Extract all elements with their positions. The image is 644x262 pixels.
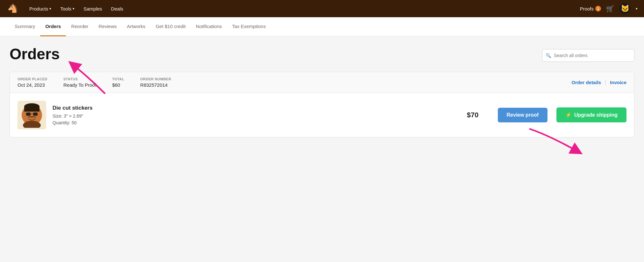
order-placed-field: ORDER PLACED Oct 24, 2023 [18,77,47,88]
review-proof-button[interactable]: Review proof [498,108,547,122]
top-nav-right: Proofs 1 🛒 🐱 ▾ [580,3,638,14]
order-details-link[interactable]: Order details [572,80,601,85]
nav-samples[interactable]: Samples [80,4,106,14]
page-title: Orders [10,46,60,63]
order-number-label: ORDER NUMBER [140,77,171,81]
svg-rect-6 [26,113,31,116]
order-status-value: Ready To Proof [63,82,96,88]
order-item: Die cut stickers Size: 3″ × 2.69″ Quanti… [10,93,634,137]
order-total-field: TOTAL $60 [112,77,124,88]
main-content: Orders 🔍 [0,36,644,262]
chevron-down-icon: ▾ [49,7,51,11]
tab-orders[interactable]: Orders [40,17,66,36]
chevron-down-icon: ▾ [73,7,75,11]
product-name: Die cut stickers [53,105,448,111]
order-number-value: R832572014 [140,82,171,88]
page-header: Orders 🔍 [10,46,634,63]
product-info: Die cut stickers Size: 3″ × 2.69″ Quanti… [53,105,448,125]
invoice-link[interactable]: Invoice [610,80,626,85]
product-size: Size: 3″ × 2.69″ [53,113,448,120]
proofs-link[interactable]: Proofs 1 [580,6,601,11]
product-price: $70 [467,111,479,119]
sub-nav: Summary Orders Reorder Reviews Artworks … [0,17,644,36]
search-input[interactable] [542,49,634,62]
user-dropdown-icon[interactable]: ▾ [636,7,638,11]
svg-rect-10 [24,106,39,112]
order-number-field: ORDER NUMBER R832572014 [140,77,171,88]
order-placed-label: ORDER PLACED [18,77,47,81]
action-divider: | [605,79,606,85]
product-quantity: Quantity: 50 [53,120,448,125]
order-actions: Order details | Invoice [572,79,626,85]
tab-artworks[interactable]: Artworks [122,17,150,36]
order-total-label: TOTAL [112,77,124,81]
search-container: 🔍 [542,49,634,62]
order-header: ORDER PLACED Oct 24, 2023 STATUS Ready T… [10,72,634,93]
top-nav-links: Products ▾ Tools ▾ Samples Deals [25,4,580,14]
tab-summary[interactable]: Summary [10,17,40,36]
user-avatar[interactable]: 🐱 [619,3,631,14]
logo[interactable]: 🐴 [6,2,18,15]
order-status-field: STATUS Ready To Proof [63,77,96,88]
tab-tax-exemptions[interactable]: Tax Exemptions [227,17,271,36]
top-nav: 🐴 Products ▾ Tools ▾ Samples Deals Proof… [0,0,644,17]
svg-rect-7 [33,113,38,116]
nav-deals[interactable]: Deals [107,4,127,14]
lightning-icon: ⚡ [565,112,572,118]
tab-reviews[interactable]: Reviews [94,17,122,36]
tab-notifications[interactable]: Notifications [191,17,227,36]
order-card: ORDER PLACED Oct 24, 2023 STATUS Ready T… [10,72,634,137]
tab-reorder[interactable]: Reorder [66,17,93,36]
proofs-badge: 1 [595,6,601,11]
upgrade-shipping-button[interactable]: ⚡ Upgrade shipping [556,107,626,122]
order-total-value: $60 [112,82,124,88]
order-status-label: STATUS [63,77,96,81]
svg-text:🐴: 🐴 [8,3,18,13]
cart-icon[interactable]: 🛒 [606,5,614,12]
nav-products[interactable]: Products ▾ [25,4,55,14]
search-icon: 🔍 [546,53,551,58]
nav-tools[interactable]: Tools ▾ [56,4,78,14]
order-placed-value: Oct 24, 2023 [18,82,47,88]
tab-get-credit[interactable]: Get $10 credit [151,17,191,36]
product-image [18,101,46,129]
